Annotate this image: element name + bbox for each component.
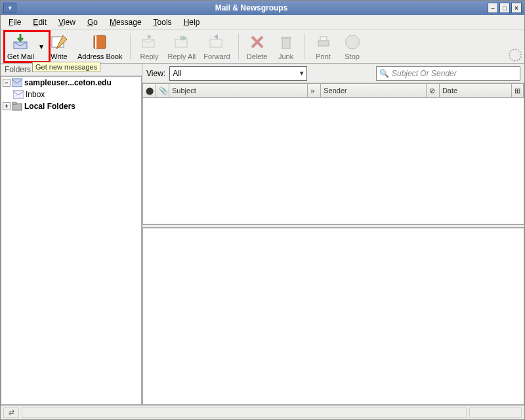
account-label: sampleuser...ceton.edu (24, 78, 112, 87)
delete-icon (248, 33, 266, 51)
local-folders-row[interactable]: + Local Folders (1, 100, 141, 112)
inbox-row[interactable]: Inbox (1, 89, 141, 100)
reply-all-label: Reply All (167, 52, 196, 60)
delete-button[interactable]: Delete (243, 32, 272, 62)
collapse-icon[interactable]: − (3, 79, 10, 87)
svg-rect-7 (282, 38, 290, 49)
filter-bar: View: All 🔍 Subject Or Sender (142, 64, 524, 83)
stop-icon (343, 33, 362, 51)
toolbar-separator (238, 33, 239, 60)
view-label: View: (146, 69, 165, 78)
status-progress (469, 408, 522, 418)
get-mail-label: Get Mail (7, 52, 34, 60)
activity-spinner-icon (509, 49, 522, 62)
status-text (22, 408, 467, 418)
svg-rect-10 (320, 37, 327, 41)
reply-icon (140, 33, 158, 51)
toolbar: Get Mail ▾ Get new messages Write Addres… (1, 30, 524, 64)
folders-pane: Folders − sampleuser...ceton.edu Inbox +… (1, 64, 142, 405)
menu-edit[interactable]: Edit (28, 16, 52, 28)
view-select[interactable]: All (169, 66, 307, 81)
col-date[interactable]: Date (440, 84, 512, 97)
svg-rect-6 (210, 39, 222, 47)
menu-message[interactable]: Message (104, 16, 147, 28)
get-mail-button[interactable]: Get Mail (3, 32, 38, 62)
attachment-icon: 📎 (159, 87, 168, 95)
reply-label: Reply (140, 52, 158, 60)
message-list-header: ⬤ 📎 Subject » Sender ⊘ Date ⊞ (142, 83, 524, 98)
junk-icon (277, 33, 295, 51)
write-button[interactable]: Write (45, 32, 74, 62)
local-folders-icon (12, 102, 22, 111)
reply-all-button[interactable]: Reply All (163, 32, 200, 62)
write-label: Write (51, 52, 67, 60)
account-row[interactable]: − sampleuser...ceton.edu (1, 77, 141, 89)
reply-button[interactable]: Reply (135, 32, 163, 62)
svg-rect-13 (13, 91, 24, 98)
write-icon (50, 33, 68, 51)
message-preview (142, 228, 524, 405)
print-button[interactable]: Print (309, 32, 338, 62)
message-list[interactable] (142, 98, 524, 224)
junk-col-icon: ⊘ (429, 87, 435, 95)
reply-all-icon (173, 33, 191, 51)
svg-rect-5 (175, 39, 187, 47)
toolbar-separator (304, 33, 305, 60)
forward-label: Forward (203, 52, 230, 60)
svg-rect-3 (95, 35, 96, 49)
menu-tools[interactable]: Tools (148, 16, 177, 28)
col-attachment[interactable]: 📎 (156, 84, 169, 97)
tooltip: Get new messages (32, 62, 100, 72)
inbox-icon (13, 90, 24, 99)
svg-rect-15 (12, 102, 16, 104)
forward-button[interactable]: Forward (200, 32, 234, 62)
status-online-icon[interactable]: ⇄ (3, 408, 19, 418)
col-thread[interactable]: ⬤ (143, 84, 156, 97)
close-button[interactable]: × (511, 3, 522, 13)
columns-icon: ⊞ (514, 87, 520, 95)
menu-view[interactable]: View (53, 16, 81, 28)
window-title: Mail & Newsgroups (16, 3, 486, 12)
get-mail-dropdown[interactable]: ▾ (38, 32, 45, 62)
forward-icon (207, 33, 226, 51)
print-icon (314, 33, 333, 51)
search-placeholder: Subject Or Sender (392, 69, 457, 78)
folder-tree[interactable]: − sampleuser...ceton.edu Inbox + Local F… (1, 76, 142, 405)
menubar: File Edit View Go Message Tools Help (1, 15, 524, 30)
minimize-button[interactable]: – (488, 3, 498, 13)
col-picker[interactable]: ⊞ (512, 84, 524, 97)
svg-rect-12 (12, 79, 22, 87)
menu-help[interactable]: Help (178, 16, 205, 28)
col-read[interactable]: » (308, 84, 321, 97)
address-book-label: Address Book (77, 52, 122, 60)
svg-marker-11 (346, 35, 359, 49)
svg-rect-9 (318, 41, 329, 46)
chevron-icon: » (310, 87, 314, 94)
menu-file[interactable]: File (3, 16, 26, 28)
window-menu-icon[interactable]: ▾ (3, 3, 16, 13)
local-folders-label: Local Folders (24, 102, 75, 111)
junk-label: Junk (278, 52, 293, 60)
mail-account-icon (12, 78, 22, 87)
menu-go[interactable]: Go (82, 16, 103, 28)
statusbar: ⇄ (1, 405, 524, 419)
col-junk[interactable]: ⊘ (427, 84, 440, 97)
stop-button[interactable]: Stop (338, 32, 367, 62)
address-book-button[interactable]: Address Book (74, 32, 126, 62)
view-value: All (173, 69, 181, 78)
col-sender[interactable]: Sender (321, 84, 427, 97)
maximize-button[interactable]: □ (499, 3, 510, 13)
svg-rect-8 (281, 37, 291, 39)
col-subject[interactable]: Subject (169, 84, 308, 97)
main-pane: View: All 🔍 Subject Or Sender ⬤ 📎 Subjec… (142, 64, 524, 405)
address-book-icon (91, 33, 109, 51)
expand-icon[interactable]: + (3, 102, 10, 110)
junk-button[interactable]: Junk (272, 32, 301, 62)
titlebar: ▾ Mail & Newsgroups – □ × (1, 1, 524, 15)
search-icon: 🔍 (379, 69, 389, 78)
stop-label: Stop (345, 52, 360, 60)
delete-label: Delete (247, 52, 268, 60)
search-input[interactable]: 🔍 Subject Or Sender (376, 66, 520, 81)
toolbar-separator (130, 33, 131, 60)
print-label: Print (316, 52, 331, 60)
